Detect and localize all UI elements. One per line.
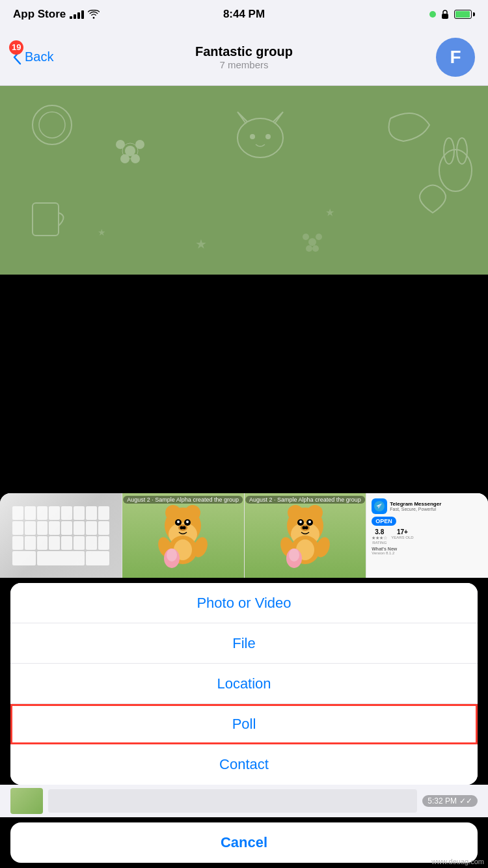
status-bar: App Store 8:44 PM (0, 0, 488, 29)
media-item-pooh1[interactable]: August 2 · Sample Alpha created the grou… (122, 493, 245, 578)
svg-point-30 (177, 521, 180, 523)
version-label: Version 8.1.2 (372, 551, 483, 555)
member-count: 7 members (195, 59, 293, 70)
message-preview-row: 5:32 PM ✓✓ (0, 785, 488, 817)
svg-point-1 (33, 105, 72, 144)
svg-point-20 (303, 234, 309, 240)
svg-point-10 (250, 134, 255, 139)
svg-point-31 (186, 521, 189, 523)
svg-text:★: ★ (195, 237, 207, 251)
svg-point-22 (306, 245, 312, 252)
svg-text:★: ★ (325, 207, 334, 218)
group-title: Fantastic group (195, 44, 293, 59)
back-label[interactable]: Back (25, 49, 53, 64)
green-dot-icon (429, 11, 436, 18)
svg-point-57 (289, 549, 299, 562)
carrier-label: App Store (13, 8, 66, 21)
pooh-bear-2-icon (276, 503, 334, 568)
store-app-subtitle: Fast, Secure, Powerful (390, 507, 441, 511)
location-label: Location (217, 675, 271, 692)
svg-point-11 (265, 134, 271, 139)
svg-text:★: ★ (98, 227, 106, 237)
back-button[interactable]: 19 Back (13, 49, 53, 65)
poll-label: Poll (232, 716, 256, 733)
watermark: www.deuag.com (431, 858, 484, 865)
status-right (429, 10, 475, 19)
svg-point-40 (167, 549, 177, 562)
photo-video-label: Photo or Video (197, 595, 291, 612)
status-time: 8:44 PM (223, 8, 265, 21)
lock-icon (441, 10, 449, 19)
svg-point-47 (299, 521, 302, 523)
svg-point-4 (116, 140, 125, 149)
svg-point-48 (308, 521, 311, 523)
battery-icon (454, 10, 475, 19)
svg-rect-0 (442, 14, 448, 19)
svg-point-43 (307, 505, 323, 521)
back-badge: 19 (9, 40, 23, 55)
whats-new-label: What's New (372, 547, 483, 551)
app-store-card: Telegram Messenger Fast, Secure, Powerfu… (366, 493, 488, 578)
chat-background: ★ ★ ★ (0, 86, 488, 275)
svg-point-21 (316, 234, 322, 240)
read-check-icon: ✓✓ (459, 796, 472, 806)
svg-point-23 (312, 245, 319, 252)
svg-rect-12 (33, 203, 59, 236)
svg-point-34 (183, 526, 186, 530)
cancel-button[interactable]: Cancel (10, 822, 478, 863)
poll-button[interactable]: Poll (10, 704, 478, 744)
wifi-icon (88, 10, 100, 19)
contact-button[interactable]: Contact (10, 744, 478, 785)
location-button[interactable]: Location (10, 664, 478, 704)
svg-point-9 (237, 118, 283, 157)
photo-video-button[interactable]: Photo or Video (10, 583, 478, 623)
preview-thumb (10, 788, 43, 814)
contact-label: Contact (219, 756, 269, 773)
media-item-keyboard[interactable] (0, 493, 122, 578)
telegram-icon (372, 498, 387, 514)
media-item-appstore[interactable]: Telegram Messenger Fast, Secure, Powerfu… (366, 493, 488, 578)
media-strip: August 2 · Sample Alpha created the grou… (0, 493, 488, 578)
notification-badge-1: August 2 · Sample Alpha created the grou… (123, 496, 243, 504)
svg-point-5 (135, 140, 144, 149)
file-button[interactable]: File (10, 623, 478, 664)
chat-doodle-pattern: ★ ★ ★ (0, 86, 488, 275)
cancel-label: Cancel (221, 834, 267, 851)
file-label: File (232, 635, 255, 652)
svg-point-51 (305, 526, 308, 530)
store-rating: 3.8 (372, 528, 387, 536)
store-app-title: Telegram Messenger (390, 501, 441, 507)
svg-point-19 (308, 238, 316, 246)
pooh-bear-1-icon (154, 503, 212, 568)
nav-center: Fantastic group 7 members (195, 44, 293, 70)
signal-bars-icon (70, 10, 84, 19)
media-item-pooh2[interactable]: August 2 · Sample Alpha created the grou… (245, 493, 367, 578)
notification-badge-2: August 2 · Sample Alpha created the grou… (245, 496, 365, 504)
store-open-button[interactable]: OPEN (372, 517, 396, 526)
svg-point-26 (185, 505, 200, 521)
message-time: 5:32 PM (427, 796, 457, 806)
svg-point-25 (165, 505, 181, 521)
message-time-badge: 5:32 PM ✓✓ (422, 795, 478, 807)
store-age: 17+ (391, 528, 413, 536)
action-sheet: Photo or Video File Location Poll Contac… (10, 583, 478, 785)
nav-bar: 19 Back Fantastic group 7 members F (0, 29, 488, 86)
preview-bar (48, 789, 417, 813)
bottom-sheet: August 2 · Sample Alpha created the grou… (0, 493, 488, 868)
group-avatar[interactable]: F (436, 38, 475, 77)
status-left: App Store (13, 8, 100, 21)
svg-point-2 (39, 112, 65, 138)
svg-point-42 (288, 505, 303, 521)
